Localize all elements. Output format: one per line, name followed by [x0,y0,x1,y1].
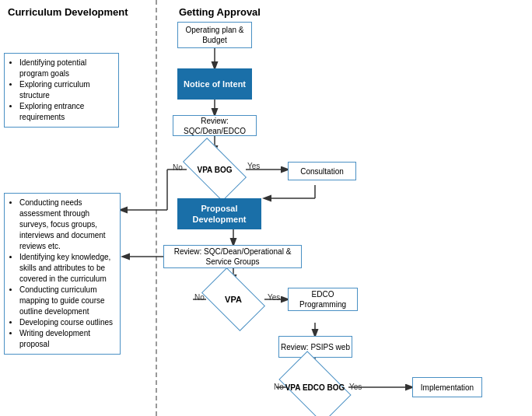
yes2-label: Yes [268,293,280,302]
yes3-label: Yes [349,383,362,391]
curriculum-box1: Identifying potential program goals Expl… [4,53,119,128]
vpa-bog1-diamond: VPA BOG [187,152,243,187]
review3-box: Review: PSIPS web [278,336,352,358]
notice-of-intent-box: Notice of Intent [177,68,252,100]
curriculum-item2: Exploring curriculum structure [19,79,113,101]
review2-box: Review: SQC/Dean/Operational & Service G… [163,245,302,268]
curriculum-item8: Writing development proposal [19,328,114,350]
curriculum-item5: Identifying key knowledge, skills and at… [19,252,114,285]
curriculum-list2: Conducting needs assessment through surv… [10,198,114,350]
curriculum-box2: Conducting needs assessment through surv… [4,193,121,355]
no3-label: No [274,383,284,391]
yes1-label: Yes [247,162,260,170]
edco-box: EDCO Programming [288,288,358,311]
curriculum-header: Curriculum Development [8,6,128,18]
curriculum-item7: Developing course outlines [19,317,114,328]
operating-plan-box: Operating plan & Budget [177,22,252,48]
section-divider [156,0,157,416]
review1-box: Review: SQC/Dean/EDCO [173,115,257,136]
consultation-box: Consultation [288,162,356,180]
curriculum-item3: Exploring entrance requirements [19,101,113,123]
curriculum-list1: Identifying potential program goals Expl… [10,58,113,123]
no1-label: No [173,163,183,172]
diagram-container: Curriculum Development Getting Approval [0,0,532,416]
vpa-diamond: VPA [206,281,261,317]
curriculum-item6: Conducting curriculum mapping to guide c… [19,285,114,317]
implementation-box: Implementation [412,377,482,397]
proposal-dev-box: Proposal Development [177,198,261,229]
no2-label: No [194,293,205,302]
vpa-edco-bog-diamond: VPA EDCO BOG [284,367,346,407]
curriculum-item4: Conducting needs assessment through surv… [19,198,114,252]
approval-header: Getting Approval [179,6,261,18]
curriculum-item1: Identifying potential program goals [19,58,113,79]
